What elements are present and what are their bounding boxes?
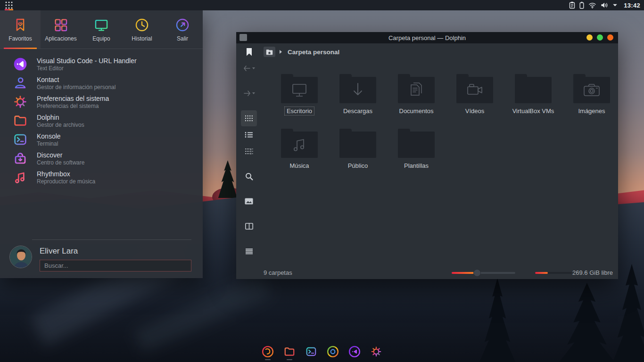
folder-label: Público [346, 161, 371, 170]
clock-icon [134, 17, 150, 33]
dock-firefox[interactable] [262, 346, 274, 360]
folder-documentos[interactable]: Documentos [387, 73, 446, 115]
vscode-icon [348, 346, 361, 358]
tab-label: Salir [177, 35, 188, 42]
launcher-tabs: Favoritos Aplicaciones [0, 10, 203, 49]
menu-item-vscode[interactable]: Visual Studio Code - URL Handler Text Ed… [0, 55, 203, 74]
tab-label: Aplicaciones [45, 35, 76, 42]
clock[interactable]: 13:42 [624, 2, 640, 9]
menu-item-subtitle: Terminal [37, 140, 61, 147]
preview-button[interactable] [241, 193, 257, 209]
minimize-button[interactable] [586, 34, 593, 41]
clipboard-icon[interactable] [569, 1, 575, 9]
forward-button[interactable] [241, 85, 257, 101]
application-launcher-menu: Favoritos Aplicaciones [0, 10, 203, 278]
home-button[interactable] [264, 47, 275, 57]
caret-down-icon[interactable] [612, 3, 618, 7]
menu-item-title: Kontact [37, 76, 116, 84]
window-title: Carpeta personal — Dolphin [236, 34, 618, 41]
list-view-icon [245, 132, 253, 138]
list-view-button[interactable] [241, 127, 257, 143]
dolphin-window: Carpeta personal — Dolphin Carpeta perso… [236, 32, 618, 279]
dock-konsole[interactable] [305, 346, 317, 360]
menu-item-title: Discover [37, 151, 84, 159]
compact-view-button[interactable] [241, 143, 257, 159]
launcher-footer: Eliver Lara [0, 239, 203, 272]
folder-plantillas[interactable]: Plantillas [387, 128, 446, 170]
search-icon [245, 173, 253, 181]
dock-chrome[interactable] [327, 346, 339, 360]
menu-item-discover[interactable]: Discover Centro de software [0, 149, 203, 168]
image-preview-icon [245, 198, 253, 205]
folder-label: Plantillas [402, 161, 431, 170]
tab-salir[interactable]: Salir [162, 10, 203, 49]
menu-item-title: Rhythmbox [37, 170, 95, 178]
music-note-icon [12, 169, 28, 185]
menu-button[interactable] [241, 243, 257, 259]
network-icon[interactable] [588, 2, 596, 8]
dock-files[interactable] [283, 346, 296, 360]
menu-item-title: Konsole [37, 132, 61, 140]
folder-descargas[interactable]: Descargas [329, 73, 387, 115]
bookmark-icon[interactable] [247, 48, 252, 56]
running-indicator [330, 359, 336, 360]
menu-item-dolphin[interactable]: Dolphin Gestor de archivos [0, 111, 203, 130]
terminal-icon [12, 132, 28, 148]
dock-vscode[interactable] [348, 346, 361, 360]
split-view-button[interactable] [241, 218, 257, 234]
vscode-icon [12, 56, 28, 72]
folder-imagenes[interactable]: Imágenes [562, 73, 621, 115]
top-panel: 13:42 [0, 0, 644, 10]
bookmark-heart-icon [12, 17, 28, 33]
item-count: 9 carpetas [264, 269, 292, 276]
menu-item-subtitle: Preferencias del sistema [37, 103, 109, 109]
settings-gear-icon [370, 346, 382, 358]
titlebar[interactable]: Carpeta personal — Dolphin [236, 32, 618, 43]
tab-equipo[interactable]: Equipo [81, 10, 122, 49]
tab-historial[interactable]: Historial [122, 10, 162, 49]
search-input[interactable] [40, 260, 191, 272]
menu-item-rhythmbox[interactable]: Rhythmbox Reproductor de música [0, 168, 203, 187]
computer-icon [93, 17, 109, 33]
menu-item-title: Preferencias del sistema [37, 95, 109, 103]
divider [32, 239, 191, 240]
folder-virtualbox-vms[interactable]: VirtualBox VMs [504, 73, 562, 115]
icons-view-icon [245, 115, 253, 122]
user-name: Eliver Lara [40, 247, 191, 256]
running-indicator [308, 359, 314, 360]
folder-musica[interactable]: Música [270, 128, 329, 170]
folder-grid: Escritorio Descargas Documentos Vídeos V… [270, 73, 623, 182]
volume-icon[interactable] [601, 2, 608, 8]
active-task-indicator [5, 9, 13, 10]
search-button[interactable] [241, 168, 257, 184]
close-button[interactable] [607, 34, 613, 41]
back-button[interactable] [241, 60, 257, 76]
breadcrumb-location[interactable]: Carpeta personal [288, 49, 339, 56]
dock-settings[interactable] [370, 346, 382, 360]
app-launcher-button[interactable] [4, 0, 14, 10]
menu-item-subtitle: Centro de software [37, 159, 84, 166]
avatar[interactable] [9, 246, 32, 268]
menu-item-preferencias[interactable]: Preferencias del sistema Preferencias de… [0, 92, 203, 111]
firefox-icon [262, 346, 274, 358]
folder-escritorio[interactable]: Escritorio [270, 73, 329, 115]
menu-item-konsole[interactable]: Konsole Terminal [0, 130, 203, 149]
chrome-icon [327, 346, 339, 358]
software-bag-icon [12, 150, 28, 166]
folder-publico[interactable]: Público [329, 128, 387, 170]
menu-item-kontact[interactable]: Kontact Gestor de información personal [0, 74, 203, 92]
tab-favoritos[interactable]: Favoritos [0, 10, 41, 49]
running-indicator [373, 359, 379, 360]
zoom-slider[interactable] [452, 272, 515, 274]
folder-label: Música [287, 161, 311, 170]
maximize-button[interactable] [597, 34, 603, 41]
tab-label: Equipo [92, 35, 110, 42]
tab-aplicaciones[interactable]: Aplicaciones [41, 10, 81, 49]
terminal-icon [305, 346, 317, 358]
breadcrumb-separator-icon [280, 50, 282, 54]
folder-videos[interactable]: Vídeos [446, 73, 504, 115]
icons-view-button[interactable] [241, 110, 257, 126]
zoom-slider-handle[interactable] [473, 269, 481, 277]
battery-icon[interactable] [579, 1, 584, 9]
menu-item-title: Dolphin [37, 114, 84, 122]
